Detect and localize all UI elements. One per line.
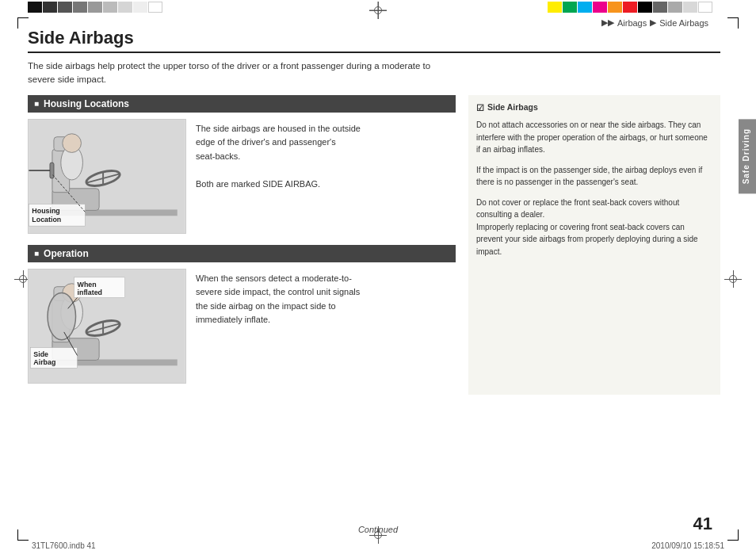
svg-text:inflated: inflated [78, 288, 103, 296]
operation-svg: When inflated Side Airbag [29, 269, 185, 383]
svg-text:Location: Location [32, 216, 61, 224]
gray-swatches [28, 2, 162, 13]
page-number: 41 [693, 514, 712, 534]
operation-diagram: When inflated Side Airbag [28, 269, 186, 384]
swatch-2 [43, 2, 57, 13]
top-crosshair [369, 2, 387, 19]
swatch-9 [148, 2, 162, 13]
swatch-white [698, 2, 712, 13]
continued-label: Continued [358, 525, 398, 534]
color-swatches [548, 2, 712, 13]
svg-text:Housing: Housing [32, 207, 59, 215]
breadcrumb-arrow1: ▶▶ [601, 17, 614, 28]
page-title: Side Airbags [28, 28, 720, 53]
swatch-black [638, 2, 652, 13]
swatch-3 [58, 2, 72, 13]
side-tab: Safe Driving [739, 119, 756, 193]
housing-diagram: Housing Location [28, 119, 186, 234]
housing-description: The side airbags are housed in the outsi… [196, 119, 361, 192]
svg-text:Side: Side [33, 350, 48, 358]
housing-section-header: Housing Locations [28, 95, 456, 113]
breadcrumb-item1: Airbags [617, 18, 647, 28]
swatch-7 [118, 2, 132, 13]
two-col-layout: Housing Locations [28, 95, 720, 395]
operation-description: When the sensors detect a moderate-to-se… [196, 269, 360, 327]
left-column: Housing Locations [28, 95, 456, 395]
swatch-1 [28, 2, 42, 13]
swatch-8 [133, 2, 147, 13]
right-panel-title: Side Airbags [476, 101, 712, 115]
swatch-4 [73, 2, 87, 13]
breadcrumb-item2: Side Airbags [659, 18, 708, 28]
footer-left: 31TL7600.indb 41 [32, 541, 96, 550]
swatch-red [623, 2, 637, 13]
breadcrumb-sep1: ▶ [650, 17, 656, 28]
right-crosshair [724, 270, 742, 288]
swatch-yellow [548, 2, 562, 13]
footer-right: 2010/09/10 15:18:51 [651, 541, 724, 550]
housing-image-box: Housing Location The side airbags are ho… [28, 119, 456, 234]
main-content: Side Airbags The side airbags help prote… [28, 28, 720, 522]
housing-svg: Housing Location [29, 120, 185, 233]
swatch-5 [88, 2, 102, 13]
swatch-6 [103, 2, 117, 13]
svg-point-6 [63, 133, 82, 152]
note-3: Do not cover or replace the front seat-b… [476, 197, 712, 258]
operation-section-header: Operation [28, 245, 456, 262]
swatch-magenta [593, 2, 607, 13]
swatch-gray [653, 2, 667, 13]
right-column: Side Airbags Do not attach accessories o… [468, 95, 720, 395]
operation-image-box: When inflated Side Airbag When the se [28, 269, 456, 384]
swatch-cyan [578, 2, 592, 13]
note-1: Do not attach accessories on or near the… [476, 119, 712, 156]
swatch-green [563, 2, 577, 13]
swatch-lighter [683, 2, 697, 13]
svg-text:When: When [78, 280, 97, 288]
swatch-lightgray [668, 2, 682, 13]
footer: 31TL7600.indb 41 2010/09/10 15:18:51 [0, 541, 756, 550]
note-2: If the impact is on the passenger side, … [476, 164, 712, 189]
svg-point-26 [48, 292, 76, 339]
swatch-orange [608, 2, 622, 13]
intro-text: The side airbags help protect the upper … [28, 59, 456, 87]
svg-text:Airbag: Airbag [33, 358, 55, 366]
breadcrumb: ▶▶ Airbags ▶ Side Airbags [601, 17, 708, 28]
